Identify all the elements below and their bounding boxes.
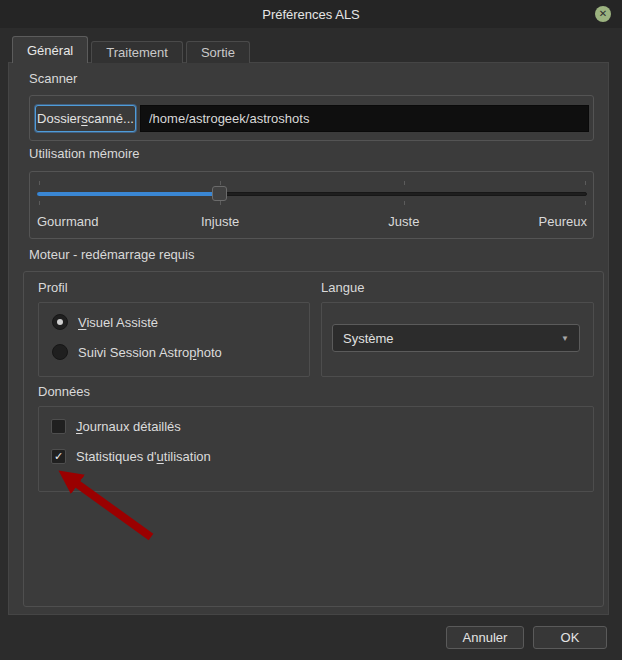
titlebar: Préférences ALS ✕ [0,0,622,28]
scanner-section-label: Scanner [29,71,77,86]
memory-section-label: Utilisation mémoire [29,146,140,161]
ok-button[interactable]: OK [533,626,607,649]
slider-tick [39,201,40,205]
profile-box: Visuel Assisté Suivi Session Astrophoto [38,302,310,377]
slider-tick [220,181,221,185]
scanned-folder-button-label: Dossier [37,111,81,126]
data-label: Données [38,384,90,399]
preferences-dialog: { "window": { "title": "Préférences ALS"… [0,0,622,660]
slider-tick [404,181,405,185]
tab-traitement[interactable]: Traitement [91,41,183,63]
tab-panel-general: Scanner Dossier scanné... Utilisation mé… [8,62,609,615]
checkbox-statistiques-utilisation[interactable]: ✓ Statistiques d'utilisation [51,449,211,464]
language-select[interactable]: Système ▼ [332,324,580,352]
checkbox-icon[interactable]: ✓ [51,449,66,464]
slider-tick [220,201,221,205]
slider-handle[interactable] [212,186,227,201]
radio-label: Suivi Session Astrophoto [78,345,222,360]
memory-groupbox: Gourmand Injuste Juste Peureux [29,171,594,239]
slider-fill [37,192,220,196]
slider-tick [39,181,40,185]
language-box: Système ▼ [321,302,594,377]
data-box: Journaux détaillés ✓ Statistiques d'util… [38,406,594,492]
scanned-folder-button-label-end: canné... [88,111,134,126]
checkbox-label: Journaux détaillés [76,419,181,434]
engine-section-label: Moteur - redémarrage requis [29,247,194,262]
profile-label: Profil [38,280,68,295]
slider-label-gourmand: Gourmand [37,214,98,229]
radio-suivi-session-astrophoto[interactable]: Suivi Session Astrophoto [52,344,222,360]
slider-label-injuste: Injuste [201,214,239,229]
memory-slider-labels: Gourmand Injuste Juste Peureux [37,214,587,230]
slider-tick [585,181,586,185]
tabbar: Général Traitement Sortie [12,36,253,63]
engine-groupbox: Profil Visuel Assisté Suivi Session Astr… [23,271,604,607]
cancel-button[interactable]: Annuler [446,626,524,649]
slider-tick [404,201,405,205]
chevron-down-icon: ▼ [561,334,569,343]
scanned-folder-button[interactable]: Dossier scanné... [35,105,136,132]
language-label: Langue [321,280,364,295]
language-selected-value: Système [333,331,394,346]
slider-label-peureux: Peureux [539,214,587,229]
radio-label: Visuel Assisté [78,315,158,330]
window-title: Préférences ALS [262,7,360,22]
checkbox-icon[interactable] [51,419,66,434]
slider-tick [585,201,586,205]
radio-icon[interactable] [52,344,68,360]
scanner-groupbox: Dossier scanné... [29,95,594,141]
memory-slider[interactable] [37,182,587,202]
checkbox-journaux-detailles[interactable]: Journaux détaillés [51,419,181,434]
slider-label-juste: Juste [388,214,419,229]
scanned-folder-path-input[interactable] [140,105,589,132]
tab-sortie[interactable]: Sortie [186,41,250,63]
close-icon[interactable]: ✕ [595,6,611,22]
checkbox-label: Statistiques d'utilisation [76,449,211,464]
tab-general[interactable]: Général [12,36,88,63]
radio-visuel-assiste[interactable]: Visuel Assisté [52,314,158,330]
radio-icon[interactable] [52,314,68,330]
